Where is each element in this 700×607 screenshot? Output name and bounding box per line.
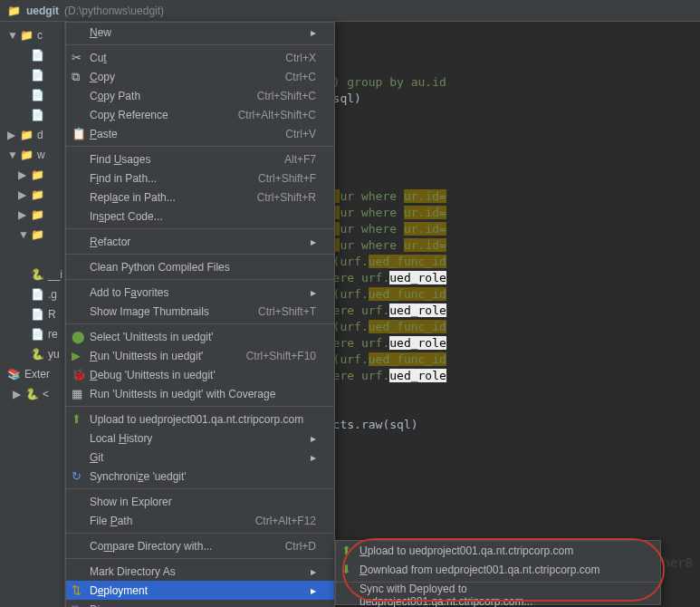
debug-icon: 🐞: [72, 368, 86, 381]
download-icon: ⬇: [341, 563, 351, 576]
deployment-icon: ⇅: [72, 583, 82, 597]
context-menu: New▸ ✂CutCtrl+X ⧉CopyCtrl+C Copy PathCtr…: [65, 22, 335, 607]
tree-item[interactable]: 📄: [2, 65, 62, 85]
menu-diagrams[interactable]: ⧉Diagrams▸: [66, 600, 334, 607]
paste-icon: 📋: [72, 127, 86, 140]
menu-clean-py[interactable]: Clean Python Compiled Files: [66, 257, 334, 276]
menu-coverage[interactable]: ▦Run 'Unittests in uedgit' with Coverage: [66, 384, 334, 403]
deployment-submenu: ⬆Upload to uedproject001.qa.nt.ctripcorp…: [335, 540, 661, 605]
tree-item[interactable]: ▼📁c: [2, 25, 62, 45]
menu-copy[interactable]: ⧉CopyCtrl+C: [66, 67, 334, 86]
tree-item[interactable]: 📄: [2, 105, 62, 125]
diagram-icon: ⧉: [72, 602, 80, 608]
menu-new[interactable]: New▸: [66, 23, 334, 42]
menu-show-explorer[interactable]: Show in Explorer: [66, 492, 334, 511]
menu-synchronize[interactable]: ↻Synchronize 'uedgit': [66, 467, 334, 486]
menu-find-usages[interactable]: Find UsagesAlt+F7: [66, 149, 334, 169]
menu-git[interactable]: Git▸: [66, 448, 334, 467]
tree-item[interactable]: 🐍yu: [2, 344, 62, 364]
menu-add-favorites[interactable]: Add to Favorites▸: [66, 283, 334, 302]
menu-compare[interactable]: Compare Directory with...Ctrl+D: [66, 536, 334, 555]
tree-item[interactable]: ▼📁: [2, 225, 62, 245]
tree-item[interactable]: 📄.g: [2, 284, 62, 304]
menu-replace-in-path[interactable]: Replace in Path...Ctrl+Shift+R: [66, 188, 334, 207]
menu-debug-unittests[interactable]: 🐞Debug 'Unittests in uedgit': [66, 365, 334, 384]
menu-upload[interactable]: ⬆Upload to uedproject001.qa.nt.ctripcorp…: [66, 409, 334, 429]
python-icon: ⬤: [72, 330, 85, 343]
menu-copy-reference[interactable]: Copy ReferenceCtrl+Alt+Shift+C: [66, 105, 334, 124]
submenu-upload[interactable]: ⬆Upload to uedproject001.qa.nt.ctripcorp…: [336, 541, 660, 560]
menu-find-in-path[interactable]: Find in Path...Ctrl+Shift+F: [66, 169, 334, 188]
tree-item[interactable]: 📚Exter: [2, 364, 62, 384]
submenu-sync-deployed[interactable]: Sync with Deployed to uedproject001.qa.n…: [336, 585, 660, 604]
project-path: (D:\pythonws\uedgit): [64, 5, 164, 17]
tree-item[interactable]: ▶📁d: [2, 125, 62, 145]
tree-item[interactable]: 📄: [2, 85, 62, 105]
menu-select-unittests[interactable]: ⬤Select 'Unittests in uedgit': [66, 327, 334, 346]
run-icon: ▶: [72, 349, 81, 362]
tree-item[interactable]: ▼📁w: [2, 145, 62, 165]
tree-item[interactable]: ▶🐍<: [2, 384, 62, 404]
menu-copy-path[interactable]: Copy PathCtrl+Shift+C: [66, 86, 334, 105]
folder-icon: 📁: [7, 5, 21, 17]
menu-inspect-code[interactable]: Inspect Code...: [66, 207, 334, 226]
menu-refactor[interactable]: Refactor▸: [66, 232, 334, 251]
tree-item[interactable]: [2, 245, 62, 265]
menu-file-path[interactable]: File PathCtrl+Alt+F12: [66, 511, 334, 530]
menu-local-history[interactable]: Local History▸: [66, 429, 334, 448]
cut-icon: ✂: [72, 51, 82, 64]
menu-run-unittests[interactable]: ▶Run 'Unittests in uedgit'Ctrl+Shift+F10: [66, 346, 334, 365]
submenu-download[interactable]: ⬇Download from uedproject001.qa.nt.ctrip…: [336, 560, 660, 579]
tree-item[interactable]: 📄R: [2, 304, 62, 324]
menu-mark-directory[interactable]: Mark Directory As▸: [66, 562, 334, 581]
project-tree[interactable]: ▼📁c 📄 📄 📄 📄 ▶📁d ▼📁w ▶📁 ▶📁 ▶📁 ▼📁 🐍__i 📄.g…: [0, 22, 65, 607]
tree-item[interactable]: ▶📁: [2, 205, 62, 225]
tree-item[interactable]: ▶📁: [2, 185, 62, 205]
tree-item[interactable]: ▶📁: [2, 165, 62, 185]
coverage-icon: ▦: [72, 387, 82, 400]
upload-icon: ⬆: [72, 412, 82, 426]
project-name: uedgit: [26, 5, 59, 17]
menu-cut[interactable]: ✂CutCtrl+X: [66, 48, 334, 67]
upload-icon: ⬆: [341, 544, 351, 557]
tree-item[interactable]: 📄re: [2, 324, 62, 344]
menu-deployment[interactable]: ⇅Deployment▸: [66, 581, 334, 600]
menu-paste[interactable]: 📋PasteCtrl+V: [66, 124, 334, 143]
menu-thumbnails[interactable]: Show Image ThumbnailsCtrl+Shift+T: [66, 302, 334, 321]
tree-item[interactable]: 📄: [2, 45, 62, 65]
copy-icon: ⧉: [72, 70, 80, 84]
sync-icon: ↻: [72, 469, 82, 483]
tree-item[interactable]: 🐍__i: [2, 265, 62, 284]
project-tab[interactable]: 📁 uedgit (D:\pythonws\uedgit): [0, 0, 700, 22]
